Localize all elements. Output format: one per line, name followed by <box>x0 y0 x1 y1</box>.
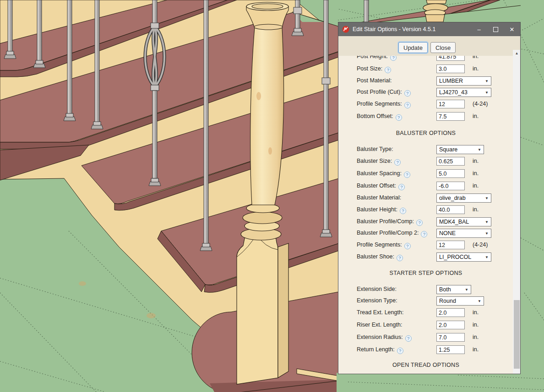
unit-label: in. <box>473 346 479 353</box>
form-row-bottom-offset: Bottom Offset:?in. <box>339 111 513 123</box>
tread-ext-lengthinput[interactable] <box>436 308 465 317</box>
unit-label: in. <box>473 334 479 340</box>
form-row-baluster-height: Baluster Height:?in. <box>339 204 513 216</box>
post-profile-cutselect[interactable]: LJ4270_43▼ <box>436 88 491 97</box>
dialog-client-area: Update Close Post Height:?in.Post Size:?… <box>339 36 520 374</box>
profile-segmentsinput[interactable] <box>436 241 465 249</box>
unit-label: in. <box>473 65 479 72</box>
selected-value: NONE <box>437 230 484 236</box>
field-label: Baluster Profile/Comp 2:? <box>357 230 427 237</box>
help-icon[interactable]: ? <box>416 220 423 226</box>
help-icon[interactable]: ? <box>385 67 391 73</box>
unit-label: (4-24) <box>473 242 488 248</box>
bottom-offsetinput[interactable] <box>436 112 465 121</box>
help-icon[interactable]: ? <box>404 243 411 249</box>
help-icon[interactable]: ? <box>404 172 410 178</box>
field-label: Baluster Spacing:? <box>357 170 410 178</box>
update-button[interactable]: Update <box>398 42 428 53</box>
dialog-titlebar[interactable]: Edit Stair Options - Version 4.5.1 – ✕ <box>338 22 520 36</box>
field-label: Baluster Type: <box>357 146 393 152</box>
close-button[interactable]: Close <box>430 42 456 53</box>
help-icon[interactable]: ? <box>397 255 403 261</box>
section-header-baluster-options: BALUSTER OPTIONS <box>339 130 513 136</box>
riser-ext-lengthinput[interactable] <box>436 321 465 329</box>
unit-label: in. <box>473 158 479 164</box>
selected-value: olive_drab <box>437 195 484 201</box>
help-icon[interactable]: ? <box>404 90 411 97</box>
field-label: Post Size:? <box>357 65 391 73</box>
unit-label: in. <box>473 322 479 328</box>
form-row-return-length: Return Length:?in. <box>339 344 513 356</box>
field-label: Bottom Offset:? <box>357 113 402 121</box>
form-row-baluster-size: Baluster Size:?in. <box>339 156 513 168</box>
form-row-post-size: Post Size:?in. <box>339 64 513 75</box>
button-band: Update Close <box>339 36 520 56</box>
selected-value: MDK4_BAL <box>437 219 484 225</box>
field-label: Post Profile (Cut):? <box>357 89 411 97</box>
extension-sideselect[interactable]: Both▼ <box>436 285 471 294</box>
baluster-profile-comp-2select[interactable]: NONE▼ <box>436 229 491 238</box>
post-heightinput[interactable] <box>436 56 465 61</box>
vertical-scrollbar[interactable]: ▲ ▼ <box>513 50 520 374</box>
baluster-shoeselect[interactable]: LI_PROCOL▼ <box>436 252 491 262</box>
help-icon[interactable]: ? <box>404 102 411 108</box>
field-label: Extension Side: <box>357 286 397 292</box>
dropdown-arrow-icon: ▼ <box>484 255 491 259</box>
field-label: Riser Ext. Length: <box>357 322 402 328</box>
baluster-sizeinput[interactable] <box>436 157 465 166</box>
help-icon[interactable]: ? <box>398 184 405 190</box>
help-icon[interactable]: ? <box>405 335 412 342</box>
selected-value: LJ4270_43 <box>437 89 484 96</box>
unit-label: in. <box>473 113 479 119</box>
vertical-scrollbar-thumb[interactable] <box>514 300 520 369</box>
dropdown-arrow-icon: ▼ <box>476 148 484 152</box>
maximize-button[interactable] <box>487 22 504 36</box>
help-icon[interactable]: ? <box>390 56 397 61</box>
help-icon[interactable]: ? <box>421 231 427 237</box>
baluster-spacinginput[interactable] <box>436 169 465 178</box>
extension-radiusinput[interactable] <box>436 333 465 342</box>
scroll-up-icon[interactable]: ▲ <box>513 50 520 57</box>
form-row-baluster-material: Baluster Material:olive_drab▼ <box>339 193 513 204</box>
form-row-extension-side: Extension Side:Both▼ <box>339 284 513 296</box>
baluster-heightinput[interactable] <box>436 205 465 214</box>
baluster-typeselect[interactable]: Square▼ <box>436 145 484 154</box>
field-label: Extension Radius:? <box>357 334 412 342</box>
unit-label: in. <box>473 183 479 189</box>
baluster-offsetinput[interactable] <box>436 182 465 190</box>
extension-typeselect[interactable]: Round▼ <box>436 296 484 306</box>
field-label: Return Length:? <box>357 346 403 354</box>
help-icon[interactable]: ? <box>397 348 403 354</box>
help-icon[interactable]: ? <box>394 159 401 166</box>
field-label: Tread Ext. Length: <box>357 309 403 316</box>
maximize-icon <box>493 27 498 32</box>
dropdown-arrow-icon: ▼ <box>484 220 491 224</box>
field-label: Baluster Shoe:? <box>357 253 403 261</box>
baluster-materialselect[interactable]: olive_drab▼ <box>436 193 491 203</box>
unit-label: in. <box>473 170 479 177</box>
form-row-extension-radius: Extension Radius:?in. <box>339 332 513 344</box>
unit-label: in. <box>473 309 479 316</box>
form-row-riser-ext-length: Riser Ext. Length:in. <box>339 320 513 332</box>
unit-label: in. <box>473 56 479 59</box>
profile-segmentsinput[interactable] <box>436 100 465 108</box>
stair-options-form: Post Height:?in.Post Size:?in.Post Mater… <box>339 56 513 367</box>
dropdown-arrow-icon: ▼ <box>476 299 484 303</box>
help-icon[interactable]: ? <box>400 208 406 214</box>
field-label: Profile Segments:? <box>357 242 411 249</box>
baluster-profile-compselect[interactable]: MDK4_BAL▼ <box>436 217 491 226</box>
unit-label: (4-24) <box>473 101 488 107</box>
form-row-tread-ext-length: Tread Ext. Length:in. <box>339 307 513 319</box>
selected-value: Both <box>437 286 463 293</box>
post-sizeinput[interactable] <box>436 64 465 73</box>
help-icon[interactable]: ? <box>396 114 402 121</box>
close-window-button[interactable]: ✕ <box>504 22 520 36</box>
form-row-baluster-profile-comp-2: Baluster Profile/Comp 2:?NONE▼ <box>339 228 513 240</box>
selected-value: Round <box>437 298 476 304</box>
return-lengthinput[interactable] <box>436 345 465 354</box>
minimize-button[interactable]: – <box>471 22 487 36</box>
field-label: Post Material: <box>357 77 392 84</box>
dropdown-arrow-icon: ▼ <box>463 288 471 292</box>
form-row-extension-type: Extension Type:Round▼ <box>339 295 513 307</box>
post-materialselect[interactable]: LUMBER▼ <box>436 76 491 86</box>
